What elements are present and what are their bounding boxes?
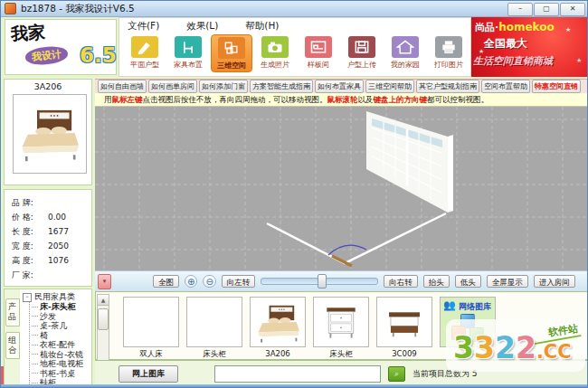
toolbar-item-print[interactable]: 打印图片 [428,34,469,72]
tree-item[interactable]: 椅 [30,331,91,341]
help-tab-promo[interactable]: 特惠空间直销 [532,80,581,93]
banner-brand-prefix: 尚品· [475,22,498,33]
toolbar-item-furniture[interactable]: 家具布置 [167,34,209,72]
prop-label: 宽 度: [12,241,48,252]
prop-label: 长 度: [12,226,48,238]
collapse-icon[interactable]: – [23,293,32,302]
help-tab-layout-help[interactable]: 空间布置帮助 [481,80,530,93]
tree-item[interactable]: 地柜-电视柜 [30,359,91,369]
zoom-in-button[interactable]: ⊕ [185,275,197,288]
category-tree: – 民用家具类 床-床头柜 沙发 桌-茶几 椅 衣柜-配件 梳妆台-衣镜 地柜-… [20,289,91,385]
toolbar-item-upload[interactable]: 户型上传 [341,34,383,72]
viewport-controls: ▾ 全图 ⊕ ⊖ 向左转 向右转 抬头 低头 全屏显示 进入房间 [95,270,588,291]
menu-file[interactable]: 文件(F) [128,20,159,33]
toolbar-item-floorplan[interactable]: 平面户型 [124,34,166,72]
enter-room-button[interactable]: 进入房间 [534,275,575,288]
search-button[interactable]: ⌕ [388,366,405,382]
hint-bar: 用鼠标左键点击视图后按住不放，再向四周拖动，可以移动视图。鼠标滚轮以及键盘上的方… [95,93,588,107]
people-icon: 👥 [443,299,456,311]
collapse-button[interactable]: ▾ [98,274,111,289]
tree-item[interactable]: 书柜-书桌 [30,369,91,379]
app-logo: 我家 我设计 6.5 [5,19,117,75]
banner-line3: 生活空间直销商城 [473,54,587,68]
door-swing-arc [328,245,366,255]
rotate-right-button[interactable]: 向右转 [384,275,418,288]
help-tab-doors-windows[interactable]: 如何添加门窗 [199,80,248,93]
prop-label: 品 牌: [12,197,48,209]
watermark-digit: 2 [516,330,536,365]
close-button[interactable]: ✕ [560,3,585,16]
tree-item[interactable]: 衣柜-配件 [30,340,91,350]
fullscreen-button[interactable]: 全屏显示 [487,275,528,288]
thumb-label: 3C009 [376,349,432,358]
tab-products[interactable]: 产品 [5,298,20,326]
prop-label: 高 度: [12,255,48,267]
tree-item[interactable]: 梳妆台-衣镜 [30,350,91,360]
toolbar-item-myhome[interactable]: 我的家园 [384,34,426,72]
full-view-button[interactable]: 全图 [153,275,179,288]
watermark-digit: 2 [495,330,516,365]
maximize-button[interactable]: ▢ [534,3,559,16]
minimize-button[interactable]: – [507,3,533,16]
watermark-domain: .CC [536,341,572,363]
tab-combos[interactable]: 组合 [5,332,20,360]
toolbar-label: 打印图片 [434,60,463,70]
thumb-nightstand-2[interactable] [313,297,369,347]
help-tab-furniture[interactable]: 如何布置家具 [315,80,364,93]
scroll-up-icon[interactable]: ▲ [98,295,109,306]
toolbar-label: 我的家园 [391,60,420,70]
thumb-label: 双人床 [123,349,179,360]
toolbar-item-3d-space[interactable]: 三维空间 [211,34,252,72]
product-image [13,94,87,174]
help-tab-other-plans[interactable]: 其它户型规划指南 [416,80,479,93]
prop-value: 0.00 [48,213,66,222]
star-icon: ★ [479,48,484,55]
star-icon: ★ [576,57,582,64]
hint-text: 都可以控制视图。 [427,95,488,104]
thumb-label: 床头柜 [186,349,242,360]
prop-value: 1677 [48,227,69,236]
titlebar[interactable]: bz1878 - 我家我设计V6.5 – ▢ ✕ [1,1,588,17]
product-properties: 品 牌: 价 格:0.00 长 度:1677 宽 度:2050 高 度:1076… [4,189,92,287]
thumb-3c009[interactable] [376,297,432,347]
thumb-3a206[interactable] [250,297,306,347]
printer-icon [435,36,462,58]
help-tab-single-room[interactable]: 如何画单房间 [148,80,197,93]
house-icon [392,36,419,58]
hint-text: 用 [104,95,112,104]
thumb-double-bed[interactable] [123,297,179,347]
toolbar-item-showroom[interactable]: 样板间 [298,34,339,72]
help-tab-free-wall[interactable]: 如何自由画墙 [98,80,147,93]
look-up-button[interactable]: 抬头 [423,275,450,288]
thumb-label: 3A206 [250,349,306,358]
tree-item[interactable]: 床-床头柜 [30,302,91,312]
prop-label: 价 格: [12,212,48,223]
zoom-out-button[interactable]: ⊖ [203,275,215,288]
menu-help[interactable]: 帮助(H) [245,20,279,33]
thumb-nightstand-1[interactable] [186,297,242,347]
rotate-left-button[interactable]: 向左转 [222,275,256,288]
prop-value: 1076 [48,256,69,265]
viewport-3d[interactable] [95,107,588,270]
toolbar-item-photo[interactable]: 生成照片 [254,34,296,72]
chair-icon [175,36,202,58]
tree-item[interactable]: 沙发 [30,312,91,322]
online-gallery-button[interactable]: 网上图库 [119,365,178,383]
promo-banner[interactable]: ★ ★ ★ 尚品·homekoo 全国最大 生活空间直销商城 [471,17,587,77]
look-down-button[interactable]: 低头 [455,275,481,288]
toolbar-label: 生成照片 [261,60,289,70]
logo-line1: 我家 [10,21,46,47]
help-tab-3d-help[interactable]: 三维空间帮助 [365,80,414,93]
menu-effect[interactable]: 效果(L) [186,20,218,33]
hint-keyword: 键盘上的方向键 [374,95,428,104]
rotation-slider[interactable] [261,278,378,285]
tree-item[interactable]: 桌-茶几 [30,321,91,331]
help-tabs: 如何自由画墙 如何画单房间 如何添加门窗 方案智能生成指南 如何布置家具 三维空… [95,79,588,93]
watermark-digit: 3 [474,330,495,365]
slider-handle[interactable] [318,274,327,289]
thumb-label: 床头柜 [313,349,369,360]
tree-root[interactable]: – 民用家具类 [23,292,91,302]
help-tab-smart-generate[interactable]: 方案智能生成指南 [250,80,313,93]
scroll-handle[interactable] [98,308,109,330]
search-input[interactable] [214,365,381,383]
